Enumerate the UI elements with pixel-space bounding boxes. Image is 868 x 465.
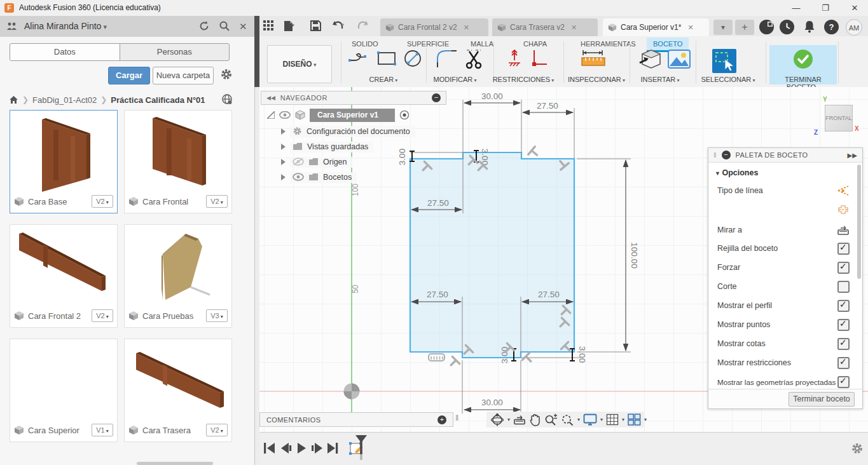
insert-derive-icon[interactable]: [638, 49, 661, 69]
collapse-browser-icon[interactable]: ◀◀: [266, 95, 275, 101]
version-dropdown[interactable]: V2: [92, 195, 113, 208]
project-card[interactable]: Cara Pruebas V3: [124, 224, 232, 328]
rectangle-tool-icon[interactable]: [376, 50, 397, 67]
version-dropdown[interactable]: V3: [206, 309, 228, 322]
perpendicular-constraint-icon[interactable]: [529, 49, 548, 69]
browser-item-sketches[interactable]: Bocetos: [281, 171, 357, 184]
home-icon[interactable]: [9, 95, 18, 104]
visibility-eye-icon[interactable]: [279, 111, 291, 119]
timeline-step-back-button[interactable]: [280, 443, 292, 454]
checkbox[interactable]: [837, 319, 850, 331]
select-tool-icon[interactable]: [712, 49, 736, 73]
group-insert-label[interactable]: INSERTAR: [628, 76, 692, 83]
version-dropdown[interactable]: V2: [92, 309, 113, 322]
group-select-label[interactable]: SELECCIONAR: [693, 76, 763, 83]
pan-hand-icon[interactable]: [529, 414, 541, 426]
construction-line-icon[interactable]: [837, 185, 850, 196]
expand-arrow-icon[interactable]: [281, 144, 286, 150]
close-button[interactable]: ✕: [845, 2, 864, 14]
globe-icon[interactable]: [221, 93, 233, 105]
version-dropdown[interactable]: V2: [206, 195, 228, 208]
visibility-off-eye-icon[interactable]: [293, 158, 304, 166]
hide-browser-icon[interactable]: −: [432, 93, 441, 102]
tab-datos[interactable]: Datos: [10, 44, 120, 60]
sketch-profile[interactable]: [410, 152, 574, 358]
project-card[interactable]: Cara Superior V1: [10, 339, 118, 442]
finish-sketch-button[interactable]: Terminar boceto: [789, 392, 855, 407]
close-panel-icon[interactable]: ✕: [239, 21, 247, 32]
timeline-go-start-button[interactable]: [264, 443, 275, 454]
group-constraints-label[interactable]: RESTRICCIONES: [488, 76, 558, 83]
palette-header[interactable]: ‖ − PALETA DE BOCETO ▶▶: [708, 148, 862, 163]
timeline-step-forward-button[interactable]: [312, 443, 323, 454]
help-icon[interactable]: ?: [824, 20, 839, 34]
vertical-constraint-icon[interactable]: [506, 49, 523, 69]
viewports-dropdown-caret[interactable]: ▾: [644, 417, 647, 422]
app-grid-icon[interactable]: [263, 20, 274, 31]
checkbox[interactable]: [837, 300, 850, 312]
browser-item-doc-settings[interactable]: Configuración del documento: [281, 125, 415, 138]
project-card[interactable]: Cara Trasera V2: [124, 339, 232, 442]
document-tab[interactable]: Cara Trasera v2 ✕: [492, 18, 598, 36]
project-card[interactable]: Cara Base V2: [10, 110, 118, 213]
add-comment-icon[interactable]: +: [437, 415, 446, 424]
projected-geometry-icon[interactable]: [837, 204, 850, 215]
breadcrumb-root[interactable]: FabDig_01-Act02: [32, 95, 97, 105]
checkbox[interactable]: [837, 281, 850, 293]
version-dropdown[interactable]: V1: [92, 424, 113, 436]
refresh-icon[interactable]: [198, 20, 210, 32]
grid-dropdown-caret[interactable]: ▾: [622, 417, 624, 422]
settings-gear-icon[interactable]: [220, 68, 233, 81]
group-create-label[interactable]: CREAR: [348, 76, 418, 83]
account-avatar[interactable]: AM: [846, 19, 862, 36]
file-menu-icon[interactable]: [284, 20, 299, 32]
viewports-icon[interactable]: [628, 414, 641, 426]
origin-point[interactable]: [344, 384, 360, 400]
zoom-dropdown-caret[interactable]: ▾: [577, 417, 580, 422]
view-cube[interactable]: FRONTAL: [825, 105, 853, 131]
trim-scissors-icon[interactable]: [464, 49, 483, 69]
expand-arrow-icon[interactable]: [281, 128, 286, 135]
comments-bar[interactable]: COMENTARIOS +: [259, 412, 453, 427]
maximize-button[interactable]: ❐: [816, 2, 835, 14]
browser-header[interactable]: ◀◀ NAVEGADOR −: [261, 91, 446, 105]
browser-item-named-views[interactable]: Vistas guardadas: [281, 140, 373, 153]
measure-ruler-icon[interactable]: [581, 49, 607, 68]
search-icon[interactable]: [219, 20, 230, 32]
undo-icon[interactable]: [332, 20, 348, 31]
model-canvas[interactable]: 100 50: [259, 87, 868, 432]
orbit-dropdown-caret[interactable]: ▾: [507, 417, 510, 422]
minimize-button[interactable]: —: [787, 2, 806, 14]
close-tab-icon[interactable]: ✕: [571, 24, 577, 32]
tab-list-dropdown[interactable]: ▾: [713, 20, 733, 35]
display-dropdown-caret[interactable]: ▾: [600, 417, 603, 422]
upload-button[interactable]: Cargar: [108, 67, 150, 84]
ribbon-tab-chapa[interactable]: CHAPA: [517, 37, 553, 50]
orbit-icon[interactable]: [490, 413, 504, 427]
version-dropdown[interactable]: V2: [206, 424, 228, 436]
group-inspect-label[interactable]: INSPECCIONAR: [565, 76, 628, 83]
tab-personas[interactable]: Personas: [120, 44, 230, 60]
close-tab-icon[interactable]: ✕: [464, 24, 469, 32]
checkbox[interactable]: [837, 338, 850, 350]
display-settings-icon[interactable]: [583, 414, 597, 426]
look-at-icon[interactable]: [513, 414, 526, 426]
new-document-button[interactable]: +: [735, 20, 754, 35]
browser-root-label[interactable]: Cara Superior v1: [310, 109, 395, 122]
ribbon-tab-solido[interactable]: SOLIDO: [345, 37, 385, 50]
hub-selector[interactable]: Alina Miranda Pinto: [24, 21, 107, 31]
timeline-marker[interactable]: [355, 435, 368, 461]
workspace-selector[interactable]: DISEÑO: [267, 45, 332, 83]
insert-image-icon[interactable]: [668, 50, 691, 69]
visibility-eye-icon[interactable]: [293, 173, 304, 181]
checkbox[interactable]: [837, 243, 850, 255]
ribbon-tab-superficie[interactable]: SUPERFICIE: [401, 37, 455, 50]
project-card[interactable]: Cara Frontal V2: [124, 110, 232, 213]
checkbox[interactable]: [837, 376, 850, 388]
palette-section-options[interactable]: Opciones: [715, 168, 758, 177]
hide-palette-icon[interactable]: −: [722, 151, 731, 159]
browser-item-origin[interactable]: Origen: [281, 156, 352, 168]
activate-component-icon[interactable]: [399, 110, 410, 120]
timeline-gear-icon[interactable]: [851, 442, 864, 455]
group-modify-label[interactable]: MODIFICAR: [425, 76, 485, 83]
